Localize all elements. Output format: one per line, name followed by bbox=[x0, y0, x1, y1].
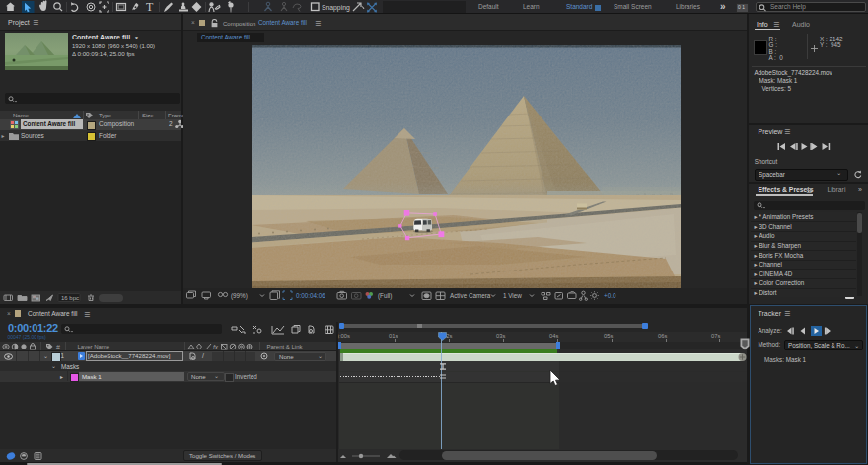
svg-text:Active Camera: Active Camera bbox=[450, 292, 491, 299]
svg-text:fx: fx bbox=[213, 344, 219, 350]
svg-text:Snapping: Snapping bbox=[322, 4, 350, 12]
svg-text:16 bpc: 16 bpc bbox=[61, 295, 79, 301]
svg-text:T: T bbox=[146, 0, 154, 14]
svg-text:+0.0: +0.0 bbox=[604, 292, 616, 299]
svg-text:0:00:04:06: 0:00:04:06 bbox=[296, 292, 326, 299]
svg-text:(Full): (Full) bbox=[378, 292, 392, 300]
svg-text:(99%): (99%) bbox=[231, 292, 248, 300]
svg-text:1 View: 1 View bbox=[503, 292, 522, 299]
svg-text:#: # bbox=[56, 344, 60, 350]
